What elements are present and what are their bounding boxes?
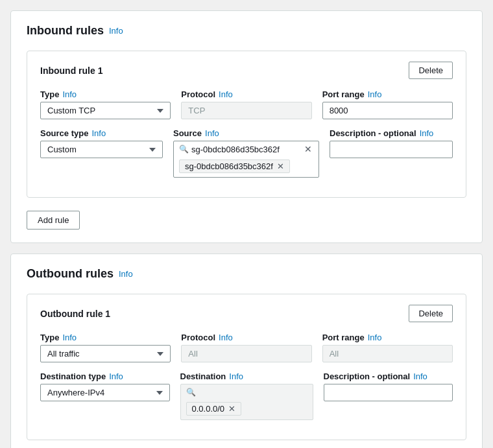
inbound-source-type-info-link[interactable]: Info (91, 128, 106, 138)
outbound-dest-type-info-link[interactable]: Info (109, 371, 123, 381)
outbound-rule-1-row2: Destination type Info Anywhere-IPv4 Dest… (40, 371, 453, 420)
inbound-source-tag: sg-0bdcb086d35bc362f ✕ (179, 159, 290, 173)
inbound-rule-1-title: Inbound rule 1 (40, 65, 102, 76)
inbound-rule-1-row1: Type Info Custom TCP Protocol Info TCP P… (40, 89, 453, 119)
outbound-rule-1-delete-button[interactable]: Delete (409, 305, 453, 322)
outbound-dest-group: Destination Info 🔍 0.0.0.0/0 ✕ (180, 371, 313, 420)
outbound-rule-1-header: Outbound rule 1 Delete (40, 305, 453, 322)
inbound-source-input[interactable] (191, 145, 300, 154)
outbound-header: Outbound rules Info (27, 267, 466, 281)
outbound-dest-input-row: 🔍 (181, 384, 313, 399)
outbound-dest-tag-row: 0.0.0.0/0 ✕ (181, 399, 313, 419)
inbound-port-info-link[interactable]: Info (368, 89, 382, 99)
outbound-rule-1-title: Outbound rule 1 (40, 309, 110, 319)
outbound-dest-type-select[interactable]: Anywhere-IPv4 (40, 384, 170, 401)
inbound-description-group: Description - optional Info (330, 128, 453, 178)
outbound-port-group: Port range Info All (322, 333, 453, 362)
inbound-protocol-value: TCP (181, 102, 311, 119)
outbound-rules-card: Outbound rules Info Outbound rule 1 Dele… (10, 253, 483, 448)
outbound-protocol-group: Protocol Info All (181, 333, 311, 362)
outbound-description-label: Description - optional Info (324, 371, 453, 381)
inbound-rules-card: Inbound rules Info Inbound rule 1 Delete… (10, 10, 483, 243)
inbound-source-tag-row: sg-0bdcb086d35bc362f ✕ (174, 157, 319, 177)
outbound-rule-1-block: Outbound rule 1 Delete Type Info All tra… (27, 294, 466, 440)
inbound-title: Inbound rules (27, 24, 104, 38)
inbound-port-input[interactable] (322, 102, 453, 119)
inbound-rule-1-header: Inbound rule 1 Delete (40, 62, 453, 79)
outbound-dest-label: Destination Info (180, 371, 313, 381)
outbound-description-input[interactable] (324, 384, 453, 401)
inbound-source-type-select[interactable]: Custom (40, 141, 163, 158)
outbound-description-info-link[interactable]: Info (413, 371, 427, 381)
inbound-description-info-link[interactable]: Info (420, 128, 434, 138)
outbound-type-group: Type Info All traffic (40, 333, 171, 362)
inbound-source-input-row: 🔍 ✕ (174, 141, 319, 157)
outbound-protocol-value: All (181, 345, 311, 362)
inbound-source-search-icon: 🔍 (179, 145, 189, 154)
outbound-dest-wrapper: 🔍 0.0.0.0/0 ✕ (180, 384, 313, 420)
inbound-info-link[interactable]: Info (109, 26, 123, 36)
outbound-dest-type-group: Destination type Info Anywhere-IPv4 (40, 371, 170, 420)
inbound-type-group: Type Info Custom TCP (40, 89, 171, 119)
outbound-dest-info-link[interactable]: Info (229, 371, 243, 381)
outbound-protocol-info-link[interactable]: Info (219, 333, 233, 342)
outbound-info-link[interactable]: Info (119, 269, 133, 279)
outbound-type-label: Type Info (40, 333, 171, 342)
inbound-port-label: Port range Info (322, 89, 453, 99)
inbound-protocol-info-link[interactable]: Info (219, 89, 233, 99)
outbound-dest-tag-label: 0.0.0.0/0 (192, 404, 225, 414)
outbound-dest-input (198, 387, 307, 397)
inbound-type-select[interactable]: Custom TCP (40, 102, 171, 119)
outbound-title: Outbound rules (27, 267, 114, 281)
inbound-type-info-link[interactable]: Info (62, 89, 77, 99)
outbound-port-label: Port range Info (322, 333, 453, 342)
inbound-source-type-group: Source type Info Custom (40, 128, 163, 178)
inbound-port-group: Port range Info (322, 89, 453, 119)
inbound-source-tag-remove-button[interactable]: ✕ (277, 161, 284, 171)
inbound-rule-1-block: Inbound rule 1 Delete Type Info Custom T… (27, 51, 466, 198)
inbound-rule-1-row2: Source type Info Custom Source Info 🔍 ✕ (40, 128, 453, 178)
outbound-type-select[interactable]: All traffic (40, 345, 171, 362)
outbound-description-group: Description - optional Info (324, 371, 453, 420)
outbound-dest-tag: 0.0.0.0/0 ✕ (186, 402, 242, 416)
inbound-rule-1-delete-button[interactable]: Delete (409, 62, 453, 79)
inbound-source-group: Source Info 🔍 ✕ sg-0bdcb086d35bc362f ✕ (173, 128, 319, 178)
inbound-source-tag-label: sg-0bdcb086d35bc362f (185, 161, 273, 171)
inbound-source-type-label: Source type Info (40, 128, 163, 138)
inbound-protocol-group: Protocol Info TCP (181, 89, 311, 119)
inbound-description-label: Description - optional Info (330, 128, 453, 138)
inbound-type-label: Type Info (40, 89, 171, 99)
outbound-dest-tag-remove-button[interactable]: ✕ (228, 404, 235, 414)
inbound-source-label: Source Info (173, 128, 319, 138)
inbound-source-info-link[interactable]: Info (205, 128, 219, 138)
outbound-dest-search-icon: 🔍 (186, 388, 196, 397)
outbound-rule-1-row1: Type Info All traffic Protocol Info All … (40, 333, 453, 362)
inbound-description-input[interactable] (330, 141, 453, 158)
outbound-port-value: All (322, 345, 453, 362)
inbound-protocol-label: Protocol Info (181, 89, 311, 99)
inbound-header: Inbound rules Info (27, 24, 466, 38)
outbound-type-info-link[interactable]: Info (62, 333, 77, 342)
outbound-port-info-link[interactable]: Info (368, 333, 382, 342)
outbound-protocol-label: Protocol Info (181, 333, 311, 342)
inbound-add-rule-button[interactable]: Add rule (27, 211, 80, 230)
inbound-source-wrapper: 🔍 ✕ sg-0bdcb086d35bc362f ✕ (173, 141, 319, 178)
inbound-source-clear-button[interactable]: ✕ (303, 144, 313, 154)
outbound-dest-type-label: Destination type Info (40, 371, 170, 381)
